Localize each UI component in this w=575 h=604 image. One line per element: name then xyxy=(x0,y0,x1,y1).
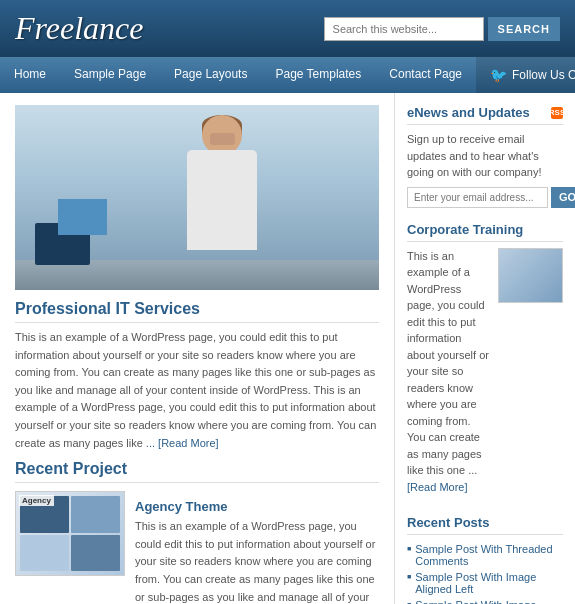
main-content: Professional IT Services This is an exam… xyxy=(0,93,395,604)
search-form: SEARCH xyxy=(324,17,560,41)
post-link-1[interactable]: Sample Post With Threaded Comments xyxy=(415,543,563,567)
go-button[interactable]: GO xyxy=(551,187,575,208)
corporate-body: This is an example of a WordPress page, … xyxy=(407,248,490,496)
nav-sample-page[interactable]: Sample Page xyxy=(60,57,160,93)
twitter-icon: 🐦 xyxy=(490,67,507,83)
enews-title: eNews and Updates RSS xyxy=(407,105,563,125)
post-link-2[interactable]: Sample Post With Image Aligned Left xyxy=(415,571,563,595)
person-face xyxy=(210,133,235,145)
hero-body: This is an example of a WordPress page, … xyxy=(15,329,379,452)
search-input[interactable] xyxy=(324,17,484,41)
thumb-label: Agency xyxy=(19,495,54,506)
project-body: This is an example of a WordPress page, … xyxy=(135,518,379,604)
corporate-title: Corporate Training xyxy=(407,222,563,242)
monitor-screen xyxy=(58,199,107,235)
post-link-3[interactable]: Sample Post With Image Aligned Right xyxy=(415,599,563,604)
monitor xyxy=(35,223,90,265)
nav-page-templates[interactable]: Page Templates xyxy=(261,57,375,93)
recent-posts-widget: Recent Posts Sample Post With Threaded C… xyxy=(407,515,563,604)
search-button[interactable]: SEARCH xyxy=(488,17,560,41)
project-item: Agency Agency Theme This is an example o… xyxy=(15,491,379,604)
thumb-cell-3 xyxy=(20,535,69,572)
list-item: Sample Post With Image Aligned Left xyxy=(407,569,563,597)
corporate-content: This is an example of a WordPress page, … xyxy=(407,248,563,502)
thumb-cell-2 xyxy=(71,496,120,533)
person-figure xyxy=(177,115,267,290)
corporate-image xyxy=(498,248,563,303)
enews-body: Sign up to receive email updates and to … xyxy=(407,131,563,181)
nav-home[interactable]: Home xyxy=(0,57,60,93)
project-text: Agency Theme This is an example of a Wor… xyxy=(135,491,379,604)
corporate-read-more[interactable]: [Read More] xyxy=(407,481,468,493)
hero-bg xyxy=(15,105,379,290)
sidebar: eNews and Updates RSS Sign up to receive… xyxy=(395,93,575,604)
project-title: Agency Theme xyxy=(135,499,379,514)
email-input[interactable] xyxy=(407,187,548,208)
thumb-cell-4 xyxy=(71,535,120,572)
person-body xyxy=(187,150,257,250)
nav-twitter[interactable]: 🐦 Follow Us On Twitter xyxy=(476,57,575,93)
rss-icon: RSS xyxy=(551,107,563,119)
recent-project-title: Recent Project xyxy=(15,460,379,483)
list-item: Sample Post With Image Aligned Right xyxy=(407,597,563,604)
site-logo[interactable]: Freelance xyxy=(15,10,144,47)
post-list: Sample Post With Threaded Comments Sampl… xyxy=(407,541,563,604)
hero-title: Professional IT Services xyxy=(15,300,379,323)
recent-posts-title: Recent Posts xyxy=(407,515,563,535)
main-wrapper: Professional IT Services This is an exam… xyxy=(0,93,575,604)
site-header: Freelance SEARCH xyxy=(0,0,575,57)
list-item: Sample Post With Threaded Comments xyxy=(407,541,563,569)
nav-contact-page[interactable]: Contact Page xyxy=(375,57,476,93)
corporate-widget: Corporate Training This is an example of… xyxy=(407,222,563,502)
read-more-link-1[interactable]: ... [Read More] xyxy=(146,437,219,449)
email-form: GO xyxy=(407,187,563,208)
nav-page-layouts[interactable]: Page Layouts xyxy=(160,57,261,93)
enews-widget: eNews and Updates RSS Sign up to receive… xyxy=(407,105,563,208)
main-navigation: Home Sample Page Page Layouts Page Templ… xyxy=(0,57,575,93)
hero-image xyxy=(15,105,379,290)
project-thumbnail: Agency xyxy=(15,491,125,576)
